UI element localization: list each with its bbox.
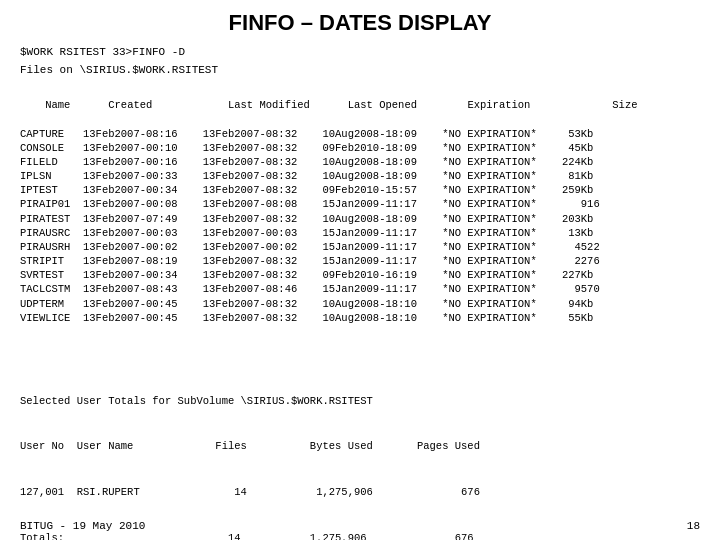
table-row: PIRAIP01 13Feb2007-00:08 13Feb2007-08:08… bbox=[20, 197, 700, 211]
command-line: $WORK RSITEST 33>FINFO -D bbox=[20, 46, 700, 58]
page: FINFO – DATES DISPLAY $WORK RSITEST 33>F… bbox=[0, 0, 720, 540]
table-row: IPTEST 13Feb2007-00:34 13Feb2007-08:32 0… bbox=[20, 183, 700, 197]
table-row: CAPTURE 13Feb2007-08:16 13Feb2007-08:32 … bbox=[20, 127, 700, 141]
table-row: IPLSN 13Feb2007-00:33 13Feb2007-08:32 10… bbox=[20, 169, 700, 183]
summary-section: Selected User Totals for SubVolume \SIRI… bbox=[20, 363, 700, 540]
table-row: PIRAUSRC 13Feb2007-00:03 13Feb2007-00:03… bbox=[20, 226, 700, 240]
table-rows-container: CAPTURE 13Feb2007-08:16 13Feb2007-08:32 … bbox=[20, 127, 700, 325]
table-row: STRIPIT 13Feb2007-08:19 13Feb2007-08:32 … bbox=[20, 254, 700, 268]
totals-row: Totals: 14 1,275,906 676 bbox=[20, 531, 700, 540]
files-line: Files on \SIRIUS.$WORK.RSITEST bbox=[20, 64, 700, 76]
footer-right: 18 bbox=[687, 520, 700, 532]
footer: BITUG - 19 May 2010 18 bbox=[20, 520, 700, 532]
table-row: CONSOLE 13Feb2007-00:10 13Feb2007-08:32 … bbox=[20, 141, 700, 155]
table-row: VIEWLICE 13Feb2007-00:45 13Feb2007-08:32… bbox=[20, 311, 700, 325]
summary-header: User No User Name Files Bytes Used Pages… bbox=[20, 439, 700, 454]
table-row: PIRATEST 13Feb2007-07:49 13Feb2007-08:32… bbox=[20, 212, 700, 226]
file-table: Name Created Last Modified Last Opened E… bbox=[20, 84, 700, 353]
table-row: UDPTERM 13Feb2007-00:45 13Feb2007-08:32 … bbox=[20, 297, 700, 311]
table-row: PIRAUSRH 13Feb2007-00:02 13Feb2007-00:02… bbox=[20, 240, 700, 254]
table-row: TACLCSTM 13Feb2007-08:43 13Feb2007-08:46… bbox=[20, 282, 700, 296]
footer-left: BITUG - 19 May 2010 bbox=[20, 520, 145, 532]
summary-line1: Selected User Totals for SubVolume \SIRI… bbox=[20, 394, 700, 409]
page-title: FINFO – DATES DISPLAY bbox=[20, 10, 700, 36]
table-header: Name Created Last Modified Last Opened E… bbox=[45, 99, 637, 111]
table-row: SVRTEST 13Feb2007-00:34 13Feb2007-08:32 … bbox=[20, 268, 700, 282]
table-row: FILELD 13Feb2007-00:16 13Feb2007-08:32 1… bbox=[20, 155, 700, 169]
summary-row: 127,001 RSI.RUPERT 14 1,275,906 676 bbox=[20, 485, 700, 500]
